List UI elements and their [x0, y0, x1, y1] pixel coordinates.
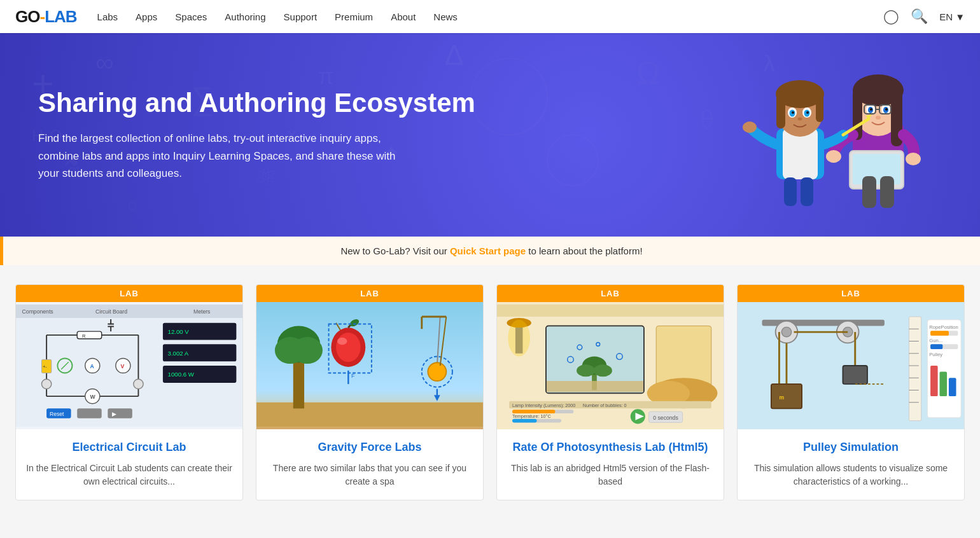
svg-rect-41	[776, 93, 785, 128]
svg-rect-158	[771, 384, 802, 408]
svg-point-86	[41, 379, 51, 389]
card-image-3: m RopePosition Gun...	[738, 302, 964, 429]
svg-text:F: F	[351, 373, 354, 379]
svg-rect-35	[862, 176, 876, 208]
hero-text-block: Sharing and Authoring Ecosystem Find the…	[38, 88, 738, 182]
svg-text:Temperature: 10°C: Temperature: 10°C	[512, 413, 551, 419]
svg-rect-64	[77, 331, 101, 339]
svg-rect-42	[816, 93, 823, 122]
svg-point-26	[885, 108, 888, 111]
card-tag-2: LAB	[497, 285, 724, 302]
hero-banner: + ∞ ∑ π ∆ ⚗ ⚛ ✦ ○ × Ω θ λ H₂O Sharing an…	[0, 33, 980, 237]
svg-text:0 seconds: 0 seconds	[653, 415, 678, 421]
nav-support[interactable]: Support	[284, 11, 318, 22]
svg-point-129	[577, 364, 595, 376]
nav-labs[interactable]: Labs	[97, 11, 118, 22]
svg-point-47	[792, 111, 794, 114]
svg-point-98	[292, 337, 323, 364]
svg-rect-143	[512, 419, 536, 423]
notification-bar: New to Go-Lab? Visit our Quick Start pag…	[0, 237, 980, 265]
svg-rect-160	[843, 366, 867, 384]
svg-point-31	[826, 150, 841, 163]
nav-apps[interactable]: Apps	[136, 11, 157, 22]
card-title-2: Rate Of Photosynthesis Lab (Html5)	[507, 441, 713, 454]
card-tag-1: LAB	[256, 285, 483, 302]
card-desc-1: There are two similar labs that you can …	[267, 462, 473, 488]
lab-cards-grid: LAB Components Circuit Board Meters R	[0, 265, 980, 520]
svg-text:R: R	[82, 333, 86, 339]
svg-point-151	[781, 327, 791, 336]
notif-prefix: New to Go-Lab? Visit our	[340, 245, 449, 256]
language-selector[interactable]: EN ▼	[939, 11, 965, 22]
svg-text:∆: ∆	[445, 39, 463, 71]
card-image-1: F	[256, 302, 483, 429]
hero-description: Find the largest collection of online la…	[38, 130, 407, 182]
search-icon[interactable]: 🔍	[911, 8, 928, 25]
svg-text:Components: Components	[22, 308, 54, 315]
svg-text:W: W	[90, 394, 95, 400]
card-desc-3: This simulation allows students to visua…	[748, 462, 954, 488]
card-image-2: Lamp Intensity (Lumens): 2000 Number of …	[497, 302, 724, 429]
site-logo[interactable]: GO-LAB	[15, 7, 77, 27]
svg-text:Ω: Ω	[636, 55, 660, 91]
svg-point-101	[336, 333, 360, 362]
svg-point-130	[594, 364, 612, 376]
card-body-2: Rate Of Photosynthesis Lab (Html5) This …	[497, 429, 724, 500]
user-icon[interactable]: ◯	[883, 8, 899, 25]
card-desc-2: This lab is an abridged Html5 version of…	[507, 462, 713, 488]
card-electrical-circuit[interactable]: LAB Components Circuit Board Meters R	[15, 284, 243, 500]
svg-point-30	[876, 116, 881, 120]
svg-point-25	[870, 108, 872, 111]
notif-suffix: to learn about the platform!	[526, 245, 642, 256]
svg-text:∞: ∞	[95, 48, 114, 76]
card-image-0: Components Circuit Board Meters R	[16, 302, 242, 429]
svg-rect-116	[497, 305, 724, 317]
svg-rect-178	[940, 372, 948, 396]
site-header: GO-LAB Labs Apps Spaces Authoring Suppor…	[0, 0, 980, 33]
svg-point-87	[134, 379, 143, 389]
card-gravity-force[interactable]: LAB	[256, 284, 484, 500]
nav-premium[interactable]: Premium	[335, 11, 373, 22]
svg-rect-177	[930, 366, 938, 396]
svg-text:○: ○	[127, 195, 138, 215]
svg-text:Gun...: Gun...	[929, 338, 942, 343]
svg-rect-161	[909, 317, 921, 421]
lang-chevron-icon: ▼	[955, 11, 965, 22]
svg-text:Pulley: Pulley	[929, 352, 942, 357]
svg-point-106	[428, 362, 446, 381]
nav-about[interactable]: About	[391, 11, 416, 22]
svg-point-32	[906, 153, 921, 165]
header-actions: ◯ 🔍 EN ▼	[883, 8, 965, 25]
card-title-3: Pulley Simulation	[748, 441, 954, 454]
card-tag-0: LAB	[16, 285, 242, 302]
main-nav: Labs Apps Spaces Authoring Support Premi…	[97, 11, 884, 22]
svg-text:Lamp Intensity (Lumens): 2000: Lamp Intensity (Lumens): 2000	[512, 403, 575, 408]
hero-illustration	[738, 59, 942, 211]
svg-text:π: π	[318, 64, 333, 88]
logo-lab: LAB	[45, 7, 76, 26]
svg-rect-53	[784, 177, 797, 206]
hero-title: Sharing and Authoring Ecosystem	[38, 88, 738, 118]
svg-rect-179	[949, 378, 956, 396]
svg-text:12.00 V: 12.00 V	[168, 328, 190, 335]
card-photosynthesis[interactable]: LAB	[496, 284, 724, 500]
svg-text:+-: +-	[43, 364, 46, 369]
card-title-1: Gravity Force Labs	[267, 441, 473, 454]
svg-rect-131	[547, 381, 643, 392]
quick-start-link[interactable]: Quick Start page	[450, 245, 526, 256]
svg-point-49	[798, 118, 802, 121]
svg-rect-175	[930, 344, 942, 349]
svg-rect-94	[256, 403, 483, 427]
svg-text:Number of bubbles: 0: Number of bubbles: 0	[583, 403, 627, 408]
nav-spaces[interactable]: Spaces	[175, 11, 207, 22]
svg-text:m: m	[779, 394, 784, 401]
card-pulley-simulation[interactable]: LAB m	[737, 284, 965, 500]
card-body-0: Electrical Circuit Lab In the Electrical…	[16, 429, 242, 500]
nav-authoring[interactable]: Authoring	[225, 11, 265, 22]
svg-point-50	[743, 121, 757, 133]
svg-text:RopePosition: RopePosition	[929, 324, 958, 330]
nav-news[interactable]: News	[433, 11, 458, 22]
svg-rect-90	[77, 408, 101, 418]
lang-label: EN	[939, 11, 953, 22]
svg-rect-172	[930, 331, 949, 336]
